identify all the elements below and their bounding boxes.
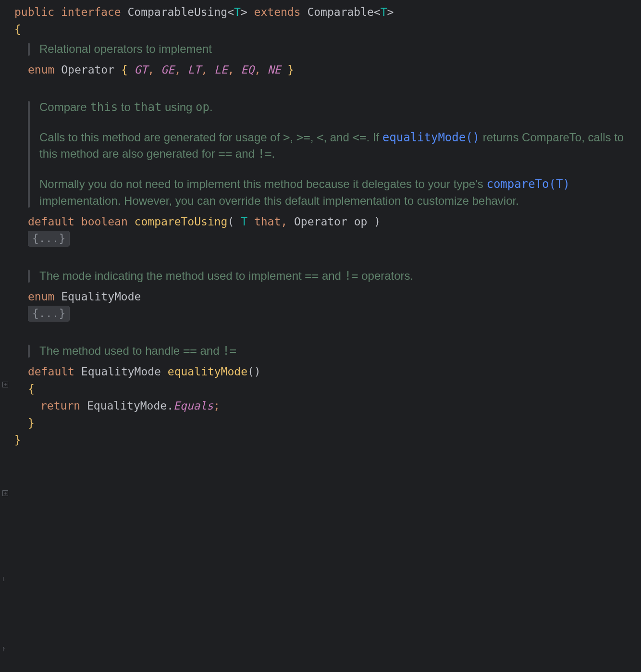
folded-region[interactable]: {...} xyxy=(28,231,70,247)
code-line: {...} xyxy=(14,305,641,323)
code-line: { xyxy=(14,21,641,38)
code-line: default EqualityMode equalityMode() xyxy=(14,363,641,381)
doc-link[interactable]: compareTo(T) xyxy=(486,177,569,191)
doc-bar-icon xyxy=(28,43,30,56)
folded-region[interactable]: {...} xyxy=(28,306,70,322)
doc-comment: The mode indicating the method used to i… xyxy=(28,268,641,285)
doc-comment: Compare this to that using op. Calls to … xyxy=(28,99,641,210)
doc-comment: The method used to handle == and != xyxy=(28,343,641,360)
code-line: public interface ComparableUsing<T> exte… xyxy=(14,4,641,21)
code-line: enum EqualityMode xyxy=(14,288,641,306)
doc-bar-icon xyxy=(28,270,30,283)
doc-comment: Relational operators to implement xyxy=(28,41,641,58)
code-line: return EqualityMode.Equals; xyxy=(14,398,641,415)
code-editor[interactable]: public interface ComparableUsing<T> exte… xyxy=(0,4,641,449)
code-line: { xyxy=(14,381,641,398)
code-line: default boolean compareToUsing( T that, … xyxy=(14,213,641,231)
doc-bar-icon xyxy=(28,345,30,358)
code-line: } xyxy=(14,432,641,449)
fold-expand-icon[interactable] xyxy=(2,381,9,388)
code-line: {...} xyxy=(14,230,641,248)
doc-bar-icon xyxy=(28,101,30,208)
code-line: } xyxy=(14,415,641,432)
code-line: enum Operator { GT, GE, LT, LE, EQ, NE } xyxy=(14,62,641,79)
doc-link[interactable]: equalityMode() xyxy=(382,131,480,144)
